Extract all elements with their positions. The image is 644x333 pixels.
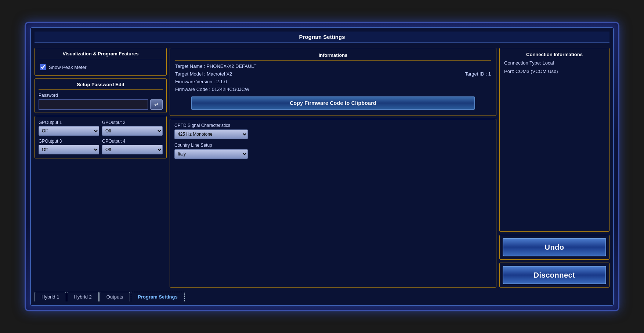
gp1-label: GPOutput 1 — [39, 120, 99, 125]
cptd-section: CPTD Signal Characteristics 425 Hz Monot… — [174, 123, 492, 139]
firmware-code-row: Firmware Code : 01Z42I4CG0JCW — [175, 87, 491, 92]
right-column: Connection Informations Connection Type:… — [499, 48, 609, 288]
undo-button[interactable]: Undo — [503, 238, 606, 256]
password-panel-title: Setup Password Edit — [39, 82, 163, 90]
window-title: Program Settings — [35, 32, 609, 43]
target-id-text: Target ID : 1 — [465, 71, 491, 77]
target-model-text: Target Model : Macrotel X2 — [175, 71, 232, 77]
tabs-bar: Hybrid 1 Hybrid 2 Outputs Program Settin… — [35, 290, 609, 301]
firmware-code-text: Firmware Code : 01Z42I4CG0JCW — [175, 87, 249, 92]
show-peak-meter-row: Show Peak Meter — [39, 62, 163, 72]
viz-panel: Visualization & Program Features Show Pe… — [35, 48, 167, 76]
country-select[interactable]: Italy US UK Germany France — [174, 149, 248, 159]
show-peak-meter-checkbox[interactable] — [40, 64, 46, 70]
gp2-select[interactable]: Off On Toggle — [102, 126, 163, 136]
firmware-version-text: Firmware Version : 2.1.0 — [175, 79, 227, 84]
firmware-version-row: Firmware Version : 2.1.0 — [175, 79, 491, 84]
gp4-item: GPOutput 4 Off On Toggle — [102, 139, 163, 154]
password-input[interactable] — [39, 99, 148, 110]
center-column: Informations Target Name : PHONEX-X2 DEF… — [170, 48, 496, 288]
password-row: ↵ — [39, 99, 163, 110]
gp3-label: GPOutput 3 — [39, 139, 99, 144]
gp1-select[interactable]: Off On Toggle — [39, 126, 99, 136]
conn-type-text: Connection Type: Local — [504, 60, 605, 66]
signal-panel: CPTD Signal Characteristics 425 Hz Monot… — [170, 119, 496, 288]
target-model-row: Target Model : Macrotel X2 Target ID : 1 — [175, 71, 491, 77]
target-name-text: Target Name : PHONEX-X2 DEFAULT — [175, 63, 257, 69]
country-section: Country Line Setup Italy US UK Germany F… — [174, 143, 492, 159]
tab-hybrid1[interactable]: Hybrid 1 — [35, 292, 66, 301]
gp2-item: GPOutput 2 Off On Toggle — [102, 120, 163, 136]
cptd-select[interactable]: 425 Hz Monotone 425 Hz Dual Other — [174, 129, 248, 139]
cptd-label: CPTD Signal Characteristics — [174, 123, 492, 128]
conn-info-title: Connection Informations — [504, 52, 605, 57]
gpoutput-panel: GPOutput 1 Off On Toggle GPOutput 2 Off — [35, 116, 167, 158]
conn-port-text: Port: COM3 (VCOM Usb) — [504, 69, 605, 74]
tab-outputs[interactable]: Outputs — [100, 292, 130, 301]
conn-info-panel: Connection Informations Connection Type:… — [499, 48, 609, 232]
password-panel: Setup Password Edit Password ↵ — [35, 78, 167, 113]
disconnect-button[interactable]: Disconnect — [503, 266, 606, 284]
enter-button[interactable]: ↵ — [150, 99, 163, 110]
gp4-label: GPOutput 4 — [102, 139, 163, 144]
gp-grid: GPOutput 1 Off On Toggle GPOutput 2 Off — [39, 120, 163, 154]
copy-firmware-button[interactable]: Copy Firmware Code to Clipboard — [191, 96, 475, 110]
password-label: Password — [39, 93, 163, 98]
main-content: Visualization & Program Features Show Pe… — [35, 48, 609, 288]
target-name-row: Target Name : PHONEX-X2 DEFAULT — [175, 63, 491, 69]
undo-panel: Undo — [499, 235, 609, 260]
gp3-select[interactable]: Off On Toggle — [39, 145, 99, 154]
viz-panel-title: Visualization & Program Features — [39, 51, 163, 59]
outer-frame: Program Settings Visualization & Program… — [25, 22, 619, 311]
info-panel: Informations Target Name : PHONEX-X2 DEF… — [170, 48, 496, 116]
gp4-select[interactable]: Off On Toggle — [102, 145, 163, 154]
inner-frame: Program Settings Visualization & Program… — [30, 27, 614, 306]
left-column: Visualization & Program Features Show Pe… — [35, 48, 167, 288]
gp3-item: GPOutput 3 Off On Toggle — [39, 139, 99, 154]
disconnect-panel: Disconnect — [499, 263, 609, 288]
country-label: Country Line Setup — [174, 143, 492, 148]
tab-program-settings[interactable]: Program Settings — [131, 292, 184, 301]
info-panel-title: Informations — [175, 52, 491, 61]
show-peak-meter-label: Show Peak Meter — [49, 65, 87, 70]
gp2-label: GPOutput 2 — [102, 120, 163, 125]
gp1-item: GPOutput 1 Off On Toggle — [39, 120, 99, 136]
tab-hybrid2[interactable]: Hybrid 2 — [67, 292, 98, 301]
